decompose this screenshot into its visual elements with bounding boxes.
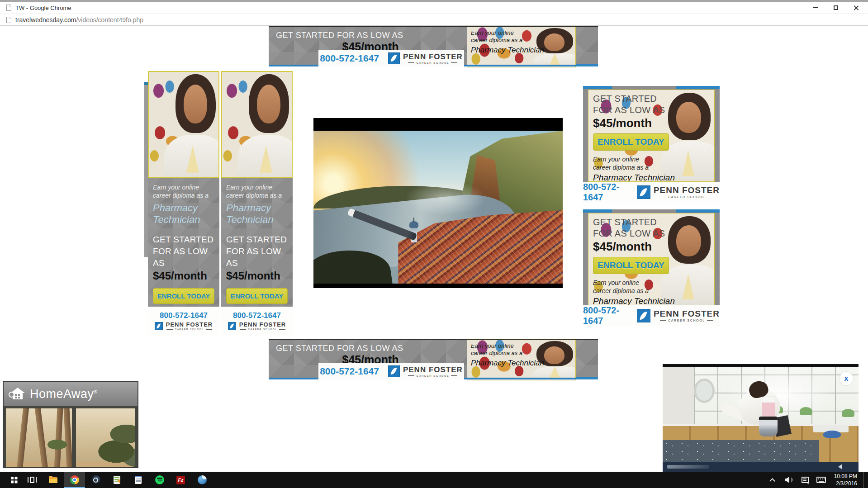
pharmacy-background: [222, 72, 292, 177]
taskbar-spotify-button[interactable]: [149, 472, 170, 488]
banner-photo: Earn your online career diploma as a Pha…: [467, 340, 576, 380]
overlay-close-button[interactable]: x: [840, 372, 853, 385]
video-frame-river-town: [313, 131, 563, 284]
overlay-video-player[interactable]: x: [663, 364, 859, 472]
ad-tagline-2: career diploma as a: [593, 163, 675, 171]
taskbar-notepad-button[interactable]: [128, 472, 149, 488]
homeaway-brand: HomeAway®: [30, 387, 97, 401]
banner-tagline-1: Earn your online: [471, 342, 544, 350]
homeaway-header: HomeAway®: [4, 382, 138, 406]
phone-number[interactable]: 800-572-1647: [160, 311, 208, 320]
ad-tagline-2: career diploma as a: [593, 287, 675, 295]
windowsill-plant: [800, 407, 812, 415]
blender-jar: [762, 397, 775, 417]
ad-banner-top[interactable]: GET STARTED FOR AS LOW AS $45/month ENRO…: [269, 26, 598, 66]
ad-homeaway[interactable]: HomeAway®: [3, 381, 138, 468]
enroll-today-button[interactable]: ENROLL TODAY: [153, 288, 214, 304]
ad-program-word1: Pharmacy: [226, 202, 293, 214]
overlay-video-bar: [663, 462, 859, 472]
ad-skyscraper-group: Earn your online career diploma as a Pha…: [148, 71, 293, 335]
maximize-button[interactable]: [825, 2, 846, 14]
url-domain: travelwednesday.com: [15, 16, 76, 24]
ad-contact-box: 800-572-1647 PENN FOSTERCAREER SCHOOL: [148, 307, 219, 335]
banner-tagline-1: Earn your online: [471, 29, 544, 37]
spotify-icon: [155, 475, 164, 484]
taskbar-thunderbird-button[interactable]: [191, 472, 213, 488]
ad-headline-2: FOR AS LOW AS: [153, 246, 219, 269]
taskbar-task-view-button[interactable]: [21, 472, 43, 488]
ad-price: $45/month: [226, 270, 293, 282]
banner-tagline-2: career diploma as a: [471, 37, 544, 44]
ad-headline-2: FOR AS LOW AS: [226, 246, 293, 269]
taskbar-chrome-button[interactable]: [64, 472, 85, 488]
clock-date: 2/3/2016: [834, 480, 857, 487]
main-video-player[interactable]: [313, 118, 563, 288]
ad-rectangle-1[interactable]: GET STARTED FOR AS LOW AS $45/month ENRO…: [583, 86, 720, 203]
editor-document-icon: [114, 476, 120, 484]
taskbar-clock[interactable]: 10:08 PM 2/3/2016: [831, 473, 860, 487]
address-text[interactable]: travelwednesday.com/videos/content49fo.p…: [15, 16, 143, 24]
banner-headline: GET STARTED FOR AS LOW AS: [276, 31, 403, 40]
pennfoster-logo: PENN FOSTERCAREER SCHOOL: [228, 322, 286, 331]
url-bar[interactable]: travelwednesday.com/videos/content49fo.p…: [0, 14, 868, 26]
taskbar: Fz 10:08 PM 2/3/2016: [0, 472, 868, 488]
tray-volume-button[interactable]: [783, 472, 795, 488]
taskbar-filezilla-button[interactable]: Fz: [170, 472, 191, 488]
phone-number[interactable]: 800-572-1647: [233, 311, 281, 320]
homeaway-photo: [4, 406, 138, 467]
ad-program: Pharmacy Technician: [593, 296, 675, 305]
ad-skyscraper-2[interactable]: Earn your online career diploma as a Pha…: [221, 71, 293, 335]
show-desktop-button[interactable]: [863, 472, 866, 488]
window-title: TW - Google Chrome: [15, 5, 71, 11]
enroll-today-button[interactable]: ENROLL TODAY: [593, 257, 669, 274]
ad-price: $45/month: [593, 116, 675, 130]
task-view-icon: [28, 477, 37, 483]
skyscraper-photo: [148, 71, 219, 178]
phone-number[interactable]: 800-572-1647: [583, 182, 630, 203]
taskbar-start-button[interactable]: [0, 472, 21, 488]
taskbar-file-explorer-button[interactable]: [43, 472, 64, 488]
ad-program-word2: Technician: [226, 214, 293, 226]
minimize-icon: [813, 7, 818, 8]
ad-tagline-1: Earn your online: [226, 183, 293, 191]
enroll-today-button[interactable]: ENROLL TODAY: [593, 133, 669, 151]
phone-number[interactable]: 800-572-1647: [320, 53, 379, 64]
taskbar-steam-button[interactable]: [85, 472, 106, 488]
banner-contact-box: 800-572-1647 PENN FOSTERCAREER SCHOOL: [318, 363, 464, 379]
phone-number[interactable]: 800-572-1647: [320, 366, 379, 377]
kitchen-island: [663, 440, 819, 462]
windows-logo-icon: [7, 477, 14, 483]
palm-trunk: [16, 406, 29, 467]
close-button[interactable]: [846, 2, 866, 14]
ad-headline-1: GET STARTED: [593, 93, 675, 104]
banner-contact-box: 800-572-1647 PENN FOSTERCAREER SCHOOL: [318, 50, 464, 66]
pennfoster-flag-icon: [228, 322, 236, 330]
ad-tagline-2: career diploma as a: [153, 191, 219, 199]
taskbar-notepad-plus-button[interactable]: [106, 472, 128, 488]
banner-headline: GET STARTED FOR AS LOW AS: [276, 344, 403, 353]
ad-headline-2: FOR AS LOW AS: [593, 228, 675, 239]
tray-hidden-icons-button[interactable]: [766, 472, 779, 488]
pennfoster-logo: PENN FOSTERCAREER SCHOOL: [155, 322, 213, 331]
ad-rectangle-2[interactable]: GET STARTED FOR AS LOW AS $45/month ENRO…: [583, 209, 720, 326]
ad-program-word1: Pharmacy: [153, 202, 219, 214]
palm-fronds: [41, 436, 73, 454]
ad-tagline-1: Earn your online: [153, 183, 219, 191]
tray-action-center-button[interactable]: [799, 472, 811, 488]
page-content: GET STARTED FOR AS LOW AS $45/month ENRO…: [0, 26, 868, 472]
chrome-icon: [70, 475, 79, 484]
title-bar: TW - Google Chrome: [0, 2, 868, 14]
ad-contact-box: 800-572-1647 PENN FOSTERCAREER SCHOOL: [583, 305, 720, 326]
phone-number[interactable]: 800-572-1647: [583, 305, 630, 326]
ad-price: $45/month: [593, 240, 675, 254]
ad-skyscraper-1[interactable]: Earn your online career diploma as a Pha…: [148, 71, 219, 335]
keyboard-icon: [816, 477, 826, 483]
pennfoster-logo: PENN FOSTERCAREER SCHOOL: [388, 365, 463, 377]
windowsill-plant: [842, 409, 854, 417]
tray-touch-keyboard-button[interactable]: [815, 472, 828, 488]
enroll-today-button[interactable]: ENROLL TODAY: [226, 288, 288, 304]
speaker-icon: [785, 477, 792, 483]
minimize-button[interactable]: [805, 2, 825, 14]
ad-banner-bottom[interactable]: GET STARTED FOR AS LOW AS $45/month ENRO…: [269, 339, 598, 379]
pennfoster-logo: PENN FOSTERCAREER SCHOOL: [388, 52, 463, 64]
